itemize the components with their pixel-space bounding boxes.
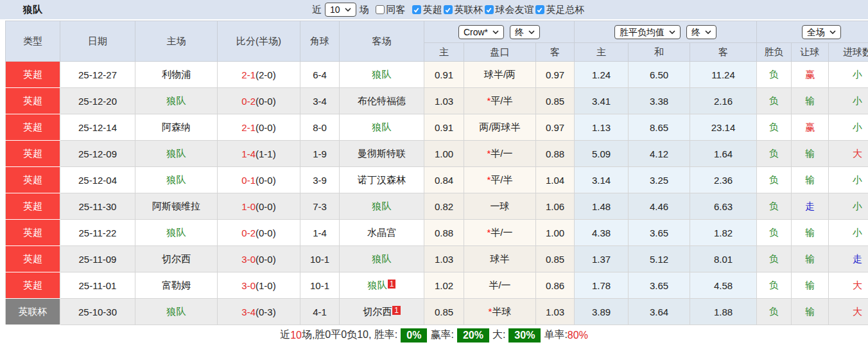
stat-badge: 30% <box>508 328 541 343</box>
result-handicap: 赢 <box>792 114 829 141</box>
match-score[interactable]: 2-1(0-0) <box>218 114 300 141</box>
avg-away-value: 23.14 <box>690 114 757 141</box>
match-score[interactable]: 3-0(0-0) <box>218 246 300 272</box>
result-handicap: 赢 <box>792 62 829 88</box>
away-team[interactable]: 狼队 <box>340 114 424 141</box>
match-type-cell: 英超 <box>6 88 60 114</box>
chevron-down-icon <box>528 30 535 34</box>
avg-state-select[interactable]: 终 <box>686 25 716 39</box>
match-type-cell: 英超 <box>6 272 60 299</box>
home-team[interactable]: 狼队 <box>135 88 218 114</box>
result-goals: 小 <box>829 220 868 246</box>
match-type-cell: 英超 <box>6 62 60 88</box>
checkbox-label: 球会友谊 <box>496 4 534 16</box>
avg-draw-value: 4.46 <box>629 193 690 220</box>
checkbox-label: 英联杯 <box>455 4 483 16</box>
match-score[interactable]: 0-1(0-0) <box>218 167 300 193</box>
scope-select[interactable]: 全场 <box>802 25 841 39</box>
corner-score: 8-0 <box>300 114 340 141</box>
handicap-value: *半/一 <box>464 141 536 167</box>
avg-home-value: 3.14 <box>575 167 629 193</box>
handicap-value: *平/半 <box>464 88 536 114</box>
away-team[interactable]: 曼彻斯特联 <box>340 141 424 167</box>
odds-away-value: 1.03 <box>536 299 575 325</box>
home-team[interactable]: 阿森纳 <box>135 114 218 141</box>
stat-text: 80% <box>568 330 588 341</box>
away-team[interactable]: 狼队1 <box>340 272 424 299</box>
away-team[interactable]: 诺丁汉森林 <box>340 167 424 193</box>
unchecked-checkbox-icon[interactable] <box>376 5 385 14</box>
odds-away-value: 1.00 <box>536 220 575 246</box>
stat-text: 场,胜0平0负10, 胜率: <box>302 328 397 342</box>
home-team[interactable]: 狼队 <box>135 167 218 193</box>
match-score[interactable]: 1-4(1-1) <box>218 141 300 167</box>
checked-checkbox-icon[interactable] <box>485 5 494 14</box>
corner-score: 10-1 <box>300 272 340 299</box>
checked-checkbox-icon[interactable] <box>535 5 544 14</box>
match-row: 英超 25-12-20 狼队 0-2(0-0) 3-4 布伦特福德 1.03 *… <box>6 88 868 114</box>
checkbox-premier-league[interactable]: 英超 <box>412 4 442 16</box>
corner-score: 7-3 <box>300 193 340 220</box>
result-wdl: 负 <box>757 167 792 193</box>
result-goals: 大 <box>829 272 868 299</box>
odds-away-value: 0.97 <box>536 114 575 141</box>
corner-score: 1-9 <box>300 141 340 167</box>
away-team[interactable]: 狼队 <box>340 62 424 88</box>
match-date: 25-11-01 <box>60 272 135 299</box>
result-wdl: 负 <box>757 141 792 167</box>
match-score[interactable]: 0-2(0-0) <box>218 220 300 246</box>
avg-home-value: 1.48 <box>575 193 629 220</box>
result-handicap: 输 <box>792 299 829 325</box>
checked-checkbox-icon[interactable] <box>444 5 453 14</box>
match-score[interactable]: 1-0(0-0) <box>218 193 300 220</box>
subcol-handicap: 盘口 <box>464 43 536 62</box>
match-score[interactable]: 2-1(2-0) <box>218 62 300 88</box>
away-team[interactable]: 水晶宫 <box>340 220 424 246</box>
chevron-down-icon <box>345 8 351 12</box>
avg-source-select[interactable]: 胜平负均值 <box>614 25 681 39</box>
match-score[interactable]: 0-2(0-0) <box>218 88 300 114</box>
col-corner: 角球 <box>300 21 340 62</box>
recent-count-select[interactable]: 10 <box>325 3 356 17</box>
avg-draw-value: 3.38 <box>629 88 690 114</box>
match-date: 25-11-30 <box>60 193 135 220</box>
home-team[interactable]: 狼队 <box>135 220 218 246</box>
odds-away-value: 0.85 <box>536 88 575 114</box>
stat-text: 大: <box>492 328 505 342</box>
match-score[interactable]: 3-4(0-3) <box>218 299 300 325</box>
away-team[interactable]: 切尔西1 <box>340 299 424 325</box>
odds-source-select[interactable]: Crow* <box>458 25 504 39</box>
avg-away-value: 1.64 <box>690 141 757 167</box>
checkbox-club-friendly[interactable]: 球会友谊 <box>485 4 534 16</box>
result-wdl: 负 <box>757 246 792 272</box>
home-team[interactable]: 狼队 <box>135 299 218 325</box>
match-row: 英超 25-12-09 狼队 1-4(1-1) 1-9 曼彻斯特联 1.00 *… <box>6 141 868 167</box>
stats-footer: 近10场,胜0平0负10, 胜率:0%赢率:20%大:30%单率:80% <box>0 325 868 345</box>
checked-checkbox-icon[interactable] <box>412 5 421 14</box>
match-row: 英超 25-12-04 狼队 0-1(0-0) 3-9 诺丁汉森林 0.84 *… <box>6 167 868 193</box>
match-score[interactable]: 3-0(1-0) <box>218 272 300 299</box>
away-team[interactable]: 狼队 <box>340 246 424 272</box>
odds-home-value: 0.85 <box>424 299 464 325</box>
away-team[interactable]: 布伦特福德 <box>340 88 424 114</box>
odds-state-select[interactable]: 终 <box>510 25 540 39</box>
avg-draw-value: 3.65 <box>629 272 690 299</box>
home-team[interactable]: 阿斯顿维拉 <box>135 193 218 220</box>
away-team[interactable]: 狼队 <box>340 193 424 220</box>
home-team[interactable]: 利物浦 <box>135 62 218 88</box>
handicap-value: *平/半 <box>464 167 536 193</box>
col-score: 比分(半场) <box>218 21 300 62</box>
home-team[interactable]: 切尔西 <box>135 246 218 272</box>
avg-home-value: 1.24 <box>575 62 629 88</box>
subcol-avg-home: 主 <box>575 43 629 62</box>
checkbox-same-away[interactable]: 同客 <box>376 4 406 16</box>
checkbox-efl-cup[interactable]: 英联杯 <box>444 4 483 16</box>
match-date: 25-12-27 <box>60 62 135 88</box>
avg-away-value: 1.88 <box>690 299 757 325</box>
home-team[interactable]: 狼队 <box>135 141 218 167</box>
odds-away-value: 0.97 <box>536 62 575 88</box>
matches-label: 场 <box>360 4 369 16</box>
checkbox-fa-cup[interactable]: 英足总杯 <box>535 4 585 16</box>
chevron-down-icon <box>705 30 711 34</box>
home-team[interactable]: 富勒姆 <box>135 272 218 299</box>
